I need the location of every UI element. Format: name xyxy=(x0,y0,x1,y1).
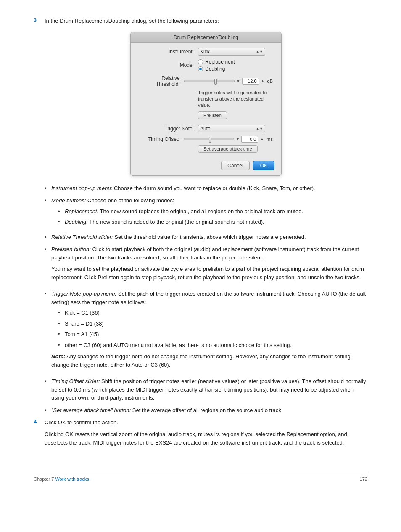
prelisten-button-row: Prelisten xyxy=(139,111,273,122)
trigger-note-label: Trigger Note: xyxy=(139,126,194,132)
bullet-attack-italic: "Set average attack time" button: xyxy=(51,407,131,413)
bullet-mode-text: Choose one of the following modes: xyxy=(87,197,174,204)
content-section: • Instrument pop-up menu: Choose the dru… xyxy=(45,184,367,415)
bullet-timing-italic: Timing Offset slider: xyxy=(51,378,100,384)
mode-row: Mode: Replacement Doubling xyxy=(139,59,273,72)
dialog-container: Drum Replacement/Doubling Instrument: Ki… xyxy=(45,32,367,176)
trigger-note-row: Trigger Note: Auto ▲▼ xyxy=(139,125,273,132)
bullet-timing: • Timing Offset slider: Shift the positi… xyxy=(45,377,367,402)
bullet-prelisten-text: Click to start playback of both the orig… xyxy=(51,246,359,261)
timing-value[interactable]: 0.0 xyxy=(241,136,258,143)
bullet-threshold-italic: Relative Threshold slider: xyxy=(51,234,113,240)
bullet-attack-text: Set the average offset of all regions on… xyxy=(132,407,282,413)
trigger-note-para: Note: Any changes to the trigger note do… xyxy=(51,352,367,369)
mode-replacement-label: Replacement xyxy=(205,59,235,65)
bullet-instrument-italic: Instrument pop-up menu: xyxy=(51,185,112,191)
mode-doubling-radio[interactable] xyxy=(198,66,203,71)
sub-tom: • Tom = A1 (45) xyxy=(58,330,367,339)
prelisten-button[interactable]: Prelisten xyxy=(198,111,227,119)
footer-chapter-number: 7 xyxy=(51,476,55,482)
sub-kick-text: Kick = C1 (36) xyxy=(65,309,100,317)
footer-chapter-label: Chapter xyxy=(34,476,50,482)
threshold-unit: dB xyxy=(267,79,273,84)
timing-up-arrow: ▲ xyxy=(260,137,264,141)
trigger-note-select[interactable]: Auto ▲▼ xyxy=(198,125,265,132)
instrument-row: Instrument: Kick ▲▼ xyxy=(139,48,273,56)
instrument-select[interactable]: Kick ▲▼ xyxy=(198,48,265,56)
instrument-label: Instrument: xyxy=(139,49,194,55)
instrument-select-arrow: ▲▼ xyxy=(256,50,263,54)
sub-other-text: other = C3 (60) and AUTO menu not availa… xyxy=(65,341,291,349)
mode-label: Mode: xyxy=(139,62,194,68)
note-body: Any changes to the trigger note do not c… xyxy=(51,353,351,368)
bullet-instrument: • Instrument pop-up menu: Choose the dru… xyxy=(45,184,367,193)
timing-slider-container: ▼ 0.0 ▲ ms xyxy=(184,136,273,143)
step3-text: In the Drum Replacement/Doubling dialog,… xyxy=(45,17,219,25)
threshold-slider-track[interactable] xyxy=(184,80,235,82)
mode-replacement-option[interactable]: Replacement xyxy=(198,59,235,65)
instrument-value: Kick xyxy=(200,49,210,55)
attack-time-button-row: Set average attack time xyxy=(139,145,273,156)
step3-header: 3 In the Drum Replacement/Doubling dialo… xyxy=(34,17,367,25)
step4-body: Clicking OK resets the vertical zoom of … xyxy=(45,430,367,448)
threshold-up-arrow: ▲ xyxy=(261,79,265,83)
threshold-help-text: Trigger notes will be generated for tran… xyxy=(198,90,273,109)
timing-unit: ms xyxy=(266,137,273,142)
bullet-prelisten: • Prelisten button: Click to start playb… xyxy=(45,245,367,286)
timing-offset-label: Timing Offset: xyxy=(139,136,179,142)
sub-tom-text: Tom = A1 (45) xyxy=(65,330,99,339)
threshold-row: Relative Threshold: ▼ -12.0 ▲ dB xyxy=(139,75,273,87)
dialog-body: Instrument: Kick ▲▼ Mode: Replacement Do xyxy=(131,43,281,156)
sub-snare: • Snare = D1 (38) xyxy=(58,320,367,328)
sub-doubling: • Doubling: The new sound is added to th… xyxy=(58,218,303,226)
mode-sub-list: • Replacement: The new sound replaces th… xyxy=(58,207,303,226)
attack-time-button[interactable]: Set average attack time xyxy=(198,145,258,153)
dialog-title: Drum Replacement/Doubling xyxy=(131,32,281,43)
mode-doubling-label: Doubling xyxy=(205,66,225,72)
bullet-mode: • Mode buttons: Choose one of the follow… xyxy=(45,196,367,229)
threshold-down-arrow: ▼ xyxy=(236,79,240,83)
cancel-button[interactable]: Cancel xyxy=(221,161,249,170)
threshold-value[interactable]: -12.0 xyxy=(242,78,259,85)
ok-button[interactable]: OK xyxy=(253,161,274,170)
mode-doubling-option[interactable]: Doubling xyxy=(198,66,235,72)
page-footer: Chapter 7 Work with tracks 172 xyxy=(34,473,367,482)
bullet-mode-italic: Mode buttons: xyxy=(51,197,86,204)
step4-header: 4 Click OK to confirm the action. xyxy=(34,418,367,427)
mode-radio-group: Replacement Doubling xyxy=(198,59,235,72)
bullet-trigger: • Trigger Note pop-up menu: Set the pitc… xyxy=(45,290,367,373)
sub-replacement-text: The new sound replaces the original, and… xyxy=(100,208,303,214)
threshold-slider-thumb[interactable] xyxy=(214,79,217,85)
timing-offset-row: Timing Offset: ▼ 0.0 ▲ ms xyxy=(139,136,273,143)
timing-slider-thumb[interactable] xyxy=(209,137,211,143)
step4-number: 4 xyxy=(34,418,42,425)
step4-text: Click OK to confirm the action. xyxy=(45,418,118,427)
footer-chapter-link[interactable]: Work with tracks xyxy=(55,476,89,482)
bullet-prelisten-italic: Prelisten button: xyxy=(51,246,91,252)
threshold-label: Relative Threshold: xyxy=(139,75,180,87)
dialog-box: Drum Replacement/Doubling Instrument: Ki… xyxy=(130,32,282,176)
step3-number: 3 xyxy=(34,17,42,23)
dialog-footer: Cancel OK xyxy=(131,158,281,170)
sub-snare-text: Snare = D1 (38) xyxy=(65,320,104,328)
bullet-threshold: • Relative Threshold slider: Set the thr… xyxy=(45,233,367,241)
footer-page-number: 172 xyxy=(360,476,367,482)
timing-slider-track[interactable] xyxy=(184,138,234,140)
sub-doubling-text: The new sound is added to the original (… xyxy=(89,219,264,225)
sub-kick: • Kick = C1 (36) xyxy=(58,309,367,317)
sub-doubling-italic: Doubling: xyxy=(65,219,88,225)
bullet-attack: • "Set average attack time" button: Set … xyxy=(45,406,367,415)
trigger-sub-list: • Kick = C1 (36) • Snare = D1 (38) • Tom… xyxy=(58,309,367,349)
note-label: Note: xyxy=(51,353,65,360)
timing-down-arrow: ▼ xyxy=(236,137,240,141)
trigger-note-value: Auto xyxy=(200,126,211,132)
threshold-slider-container: ▼ -12.0 ▲ dB xyxy=(184,78,273,85)
footer-chapter-info: Chapter 7 Work with tracks xyxy=(34,476,89,482)
mode-replacement-radio[interactable] xyxy=(198,59,203,64)
sub-other: • other = C3 (60) and AUTO menu not avai… xyxy=(58,341,367,349)
trigger-note-arrow: ▲▼ xyxy=(256,127,263,131)
bullet-instrument-text: Choose the drum sound you want to replac… xyxy=(114,185,315,191)
sub-replacement: • Replacement: The new sound replaces th… xyxy=(58,207,303,216)
bullet-trigger-italic: Trigger Note pop-up menu: xyxy=(51,291,116,297)
prelisten-extra-para: You may want to set the playhead or acti… xyxy=(51,265,367,281)
